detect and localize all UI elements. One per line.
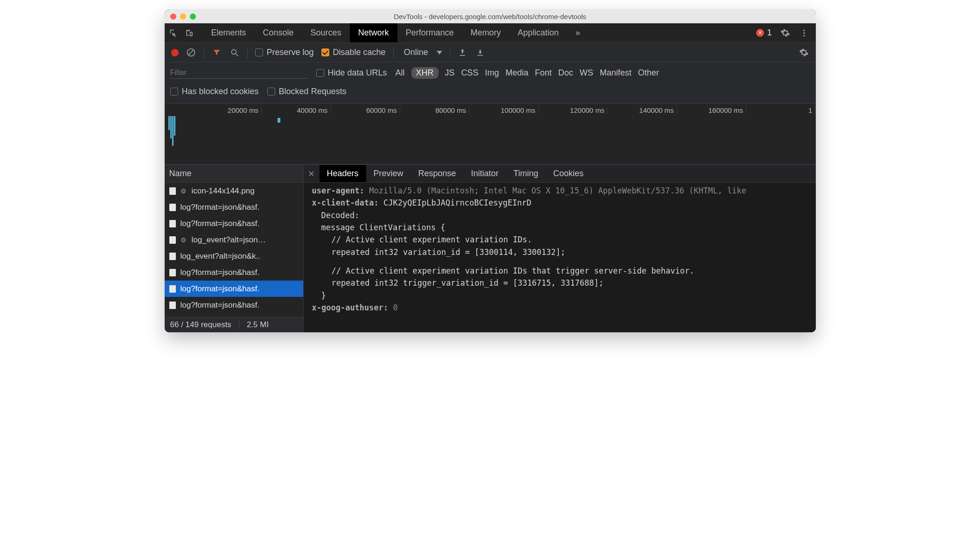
svg-point-1 [803,32,805,34]
request-detail: ✕ HeadersPreviewResponseInitiatorTimingC… [304,165,816,332]
file-icon [169,253,176,260]
file-icon [169,285,176,293]
timeline-tick: 40000 ms [262,106,331,114]
clear-icon[interactable] [186,48,196,58]
search-icon[interactable] [229,48,240,58]
waterfall-bars [167,116,186,164]
timeline-tick: 1 [746,106,815,114]
file-icon [169,220,176,227]
kebab-menu-icon[interactable] [799,28,809,38]
filter-icon[interactable] [212,48,222,58]
disable-cache-checkbox[interactable]: Disable cache [321,48,386,57]
error-count-badge[interactable]: ✕ 1 [756,28,771,38]
request-name: log_event?alt=json… [192,235,266,245]
download-har-icon[interactable] [475,48,486,58]
type-filter-media[interactable]: Media [506,68,528,78]
type-filters: AllXHRJSCSSImgMediaFontDocWSManifestOthe… [396,67,659,79]
window-title: DevTools - developers.google.com/web/too… [165,13,816,21]
has-blocked-cookies-checkbox[interactable]: Has blocked cookies [170,87,259,96]
timeline-tick: 80000 ms [400,106,469,114]
devtools-window: DevTools - developers.google.com/web/too… [165,9,816,332]
settings-icon[interactable] [780,28,791,38]
device-toolbar-icon[interactable] [184,28,195,38]
request-row[interactable]: log_event?alt=json&k.. [165,248,303,264]
timeline-tick: 120000 ms [539,106,608,114]
request-name: icon-144x144.png [192,186,255,196]
svg-point-2 [803,35,805,36]
titlebar: DevTools - developers.google.com/web/too… [165,9,816,23]
request-name: log?format=json&hasf. [181,268,260,277]
minimize-window-button[interactable] [180,14,186,20]
request-name: log?format=json&hasf. [181,284,260,294]
detail-tab-headers[interactable]: Headers [320,165,366,182]
file-icon [169,302,176,309]
filter-bar: Hide data URLs AllXHRJSCSSImgMediaFontDo… [165,62,816,104]
error-icon: ✕ [756,29,764,37]
timeline-tick: 20000 ms [193,106,262,114]
network-toolbar: Preserve log Disable cache Online [165,43,816,62]
blocked-requests-checkbox[interactable]: Blocked Requests [267,87,347,96]
request-row[interactable]: log?format=json&hasf. [165,297,303,313]
network-body: Name ⚙icon-144x144.pnglog?format=json&ha… [165,165,816,332]
preserve-log-checkbox[interactable]: Preserve log [255,48,314,57]
detail-tab-cookies[interactable]: Cookies [546,165,591,182]
hide-data-urls-checkbox[interactable]: Hide data URLs [316,68,387,78]
type-filter-font[interactable]: Font [535,68,552,78]
svg-line-6 [236,54,238,56]
request-row[interactable]: ⚙log_event?alt=json… [165,232,303,248]
main-tabbar: ElementsConsoleSourcesNetworkPerformance… [165,23,816,43]
request-list-footer: 66 / 149 requests 2.5 MI [165,317,303,332]
gear-icon: ⚙ [181,236,187,244]
tab-network[interactable]: Network [350,23,397,42]
request-row[interactable]: log?format=json&hasf. [165,215,303,232]
detail-tab-preview[interactable]: Preview [366,165,411,182]
gear-icon: ⚙ [181,187,187,195]
type-filter-xhr[interactable]: XHR [411,67,438,79]
detail-tab-initiator[interactable]: Initiator [464,165,506,182]
svg-point-5 [231,49,236,54]
traffic-lights [170,14,196,20]
type-filter-ws[interactable]: WS [580,68,593,78]
request-name: log?format=json&hasf. [181,301,260,310]
request-list-header[interactable]: Name [165,165,303,183]
tab-application[interactable]: Application [509,23,567,42]
headers-panel: user-agent: Mozilla/5.0 (Macintosh; Inte… [304,183,816,332]
request-name: log_event?alt=json&k.. [181,252,261,261]
tab-sources[interactable]: Sources [302,23,350,42]
type-filter-manifest[interactable]: Manifest [600,68,632,78]
request-row[interactable]: log?format=json&hasf. [165,281,303,297]
timeline-tick: 100000 ms [469,106,538,114]
type-filter-img[interactable]: Img [485,68,499,78]
close-detail-button[interactable]: ✕ [304,165,320,182]
detail-tab-timing[interactable]: Timing [506,165,546,182]
tab-performance[interactable]: Performance [397,23,462,42]
request-list: Name ⚙icon-144x144.pnglog?format=json&ha… [165,165,304,332]
throttling-select[interactable]: Online [401,48,442,57]
inspect-element-icon[interactable] [168,28,179,38]
request-row[interactable]: ⚙icon-144x144.png [165,183,303,199]
type-filter-all[interactable]: All [396,68,405,78]
type-filter-doc[interactable]: Doc [558,68,573,78]
tab-elements[interactable]: Elements [203,23,255,42]
tab-console[interactable]: Console [255,23,302,42]
close-window-button[interactable] [170,14,176,20]
upload-har-icon[interactable] [458,48,468,58]
type-filter-css[interactable]: CSS [461,68,479,78]
file-icon [169,236,176,244]
timeline-overview[interactable]: 20000 ms40000 ms60000 ms80000 ms100000 m… [165,104,816,165]
chevron-down-icon [437,51,442,55]
filter-input[interactable] [170,67,308,79]
svg-point-0 [803,29,805,31]
type-filter-js[interactable]: JS [445,68,455,78]
zoom-window-button[interactable] [190,14,196,20]
request-row[interactable]: log?format=json&hasf. [165,199,303,215]
network-settings-icon[interactable] [799,48,809,58]
record-button[interactable] [171,49,179,56]
timeline-tick: 60000 ms [331,106,400,114]
detail-tab-response[interactable]: Response [411,165,464,182]
file-icon [169,187,176,195]
tab-memory[interactable]: Memory [462,23,509,42]
tabs-overflow-button[interactable]: » [567,28,589,38]
request-row[interactable]: log?format=json&hasf. [165,264,303,281]
type-filter-other[interactable]: Other [638,68,659,78]
